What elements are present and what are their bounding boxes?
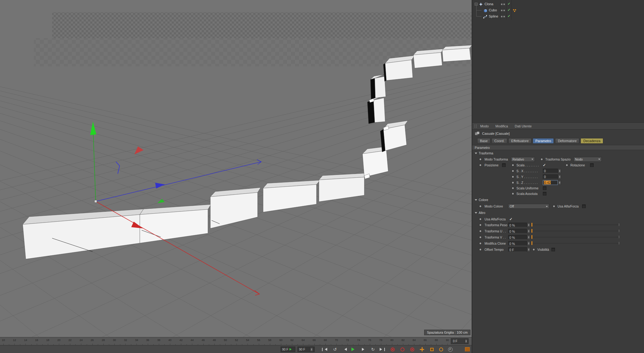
anim-dot-icon[interactable] — [512, 187, 514, 190]
trasforma-peso-slider[interactable] — [532, 225, 619, 225]
anim-dot-icon[interactable] — [479, 164, 482, 166]
next-key-button[interactable]: ↻ — [369, 346, 377, 352]
goto-start-button[interactable] — [320, 346, 329, 352]
object-row-spline[interactable]: Spline ✓ — [472, 14, 644, 20]
modifica-clone-slider[interactable] — [532, 243, 619, 243]
point-level-animation-toggle[interactable] — [463, 346, 472, 352]
sx-field[interactable]: 0 — [543, 169, 558, 173]
expand-collapse-icon[interactable] — [475, 3, 477, 6]
menu-dati-utente[interactable]: Dati Utente — [515, 124, 532, 128]
previous-key-button[interactable]: ↺ — [331, 346, 339, 352]
sz-stepper[interactable] — [558, 180, 561, 185]
anim-dot-icon[interactable] — [565, 164, 568, 166]
slider-handle[interactable] — [531, 241, 532, 245]
anim-dot-icon[interactable] — [479, 218, 482, 220]
scala-checkbox[interactable]: ✓ — [543, 163, 546, 167]
sz-field[interactable]: 0.42 — [543, 180, 558, 185]
visibility-dot[interactable] — [501, 16, 503, 17]
record-position-toggle[interactable] — [418, 346, 426, 352]
viewport-3d[interactable]: Spaziatura Griglia : 100 cm — [0, 0, 472, 337]
anim-dot-icon[interactable] — [479, 205, 482, 208]
anim-dot-icon[interactable] — [479, 236, 482, 239]
anim-dot-icon[interactable] — [479, 230, 482, 233]
play-button[interactable] — [350, 346, 358, 352]
anim-dot-icon[interactable] — [479, 224, 482, 227]
previous-frame-button[interactable] — [340, 346, 349, 352]
visibilita-checkbox[interactable] — [551, 248, 555, 251]
anim-dot-icon[interactable] — [512, 164, 514, 166]
sx-stepper[interactable] — [558, 169, 561, 173]
keyframe-selection-button[interactable] — [408, 346, 416, 352]
object-label[interactable]: Clona — [485, 2, 493, 6]
slider-handle[interactable] — [531, 223, 532, 227]
object-label[interactable]: Cubo — [489, 8, 497, 12]
group-colore[interactable]: Colore — [472, 196, 644, 203]
end-frame-field[interactable]: 90 F — [297, 347, 315, 352]
anim-dot-icon[interactable] — [540, 158, 543, 161]
trasforma-spazio-dropdown[interactable]: Nodo — [573, 157, 602, 162]
tab-decadenza[interactable]: Decadenza — [581, 138, 603, 144]
end-frame-stepper[interactable] — [310, 347, 313, 352]
ruler-frame-field[interactable]: 0 F — [451, 338, 469, 344]
offset-tempo-field[interactable]: 0 F — [508, 247, 527, 252]
modifica-clone-stepper[interactable] — [527, 241, 530, 246]
visibility-dot[interactable] — [501, 3, 503, 5]
autokey-button[interactable] — [398, 346, 407, 352]
gizmo-origin[interactable] — [94, 200, 97, 203]
ruler-frame-stepper[interactable] — [465, 339, 468, 343]
anim-dot-icon[interactable] — [512, 175, 514, 178]
anim-dot-icon[interactable] — [512, 192, 514, 195]
trasforma-u-field[interactable]: 0 % — [508, 229, 527, 234]
anim-dot-icon[interactable] — [479, 242, 482, 245]
scala-assoluta-checkbox[interactable] — [543, 192, 546, 196]
tab-parametro[interactable]: Parametro — [533, 138, 554, 144]
record-rotation-toggle[interactable] — [437, 346, 445, 352]
enable-check-icon[interactable]: ✓ — [508, 8, 510, 12]
record-keyframe-button[interactable] — [388, 346, 397, 352]
anim-dot-icon[interactable] — [479, 248, 482, 251]
enable-check-icon[interactable]: ✓ — [508, 2, 510, 6]
next-frame-button[interactable] — [359, 346, 368, 352]
anim-dot-icon[interactable] — [512, 181, 514, 184]
record-parameter-toggle[interactable]: P — [446, 346, 454, 352]
menu-modifica[interactable]: Modifica — [496, 124, 508, 128]
posizione-checkbox[interactable] — [502, 163, 506, 167]
tab-base[interactable]: Base — [477, 138, 490, 144]
group-altro[interactable]: Altro — [472, 209, 644, 216]
anim-dot-icon[interactable] — [512, 169, 514, 172]
record-scale-toggle[interactable] — [427, 346, 436, 352]
sy-stepper[interactable] — [558, 174, 561, 179]
slider-handle[interactable] — [531, 235, 532, 239]
tab-coord[interactable]: Coord. — [492, 138, 507, 144]
trasforma-v-field[interactable]: 0 % — [508, 235, 527, 240]
enable-check-icon[interactable]: ✓ — [508, 14, 510, 18]
timeline-ruler[interactable]: 1012141618202224262830323436384042444648… — [0, 337, 472, 345]
tab-deformatore[interactable]: Deformatore — [555, 138, 579, 144]
object-row-clona[interactable]: Clona ✓ — [472, 1, 644, 7]
anim-dot-icon[interactable] — [479, 158, 482, 161]
trasforma-v-stepper[interactable] — [527, 235, 530, 240]
current-frame-field[interactable]: 90 F — [281, 347, 295, 352]
offset-tempo-stepper[interactable] — [527, 247, 530, 252]
object-row-cubo[interactable]: Cubo ✓ — [472, 7, 644, 14]
usa-alfa-colore-checkbox[interactable] — [582, 204, 586, 208]
trasforma-u-stepper[interactable] — [527, 229, 530, 234]
visibility-dot[interactable] — [503, 10, 505, 11]
group-trasforma[interactable]: Trasforma — [472, 150, 644, 156]
sy-field[interactable]: 0 — [543, 174, 558, 179]
goto-end-button[interactable] — [378, 346, 386, 352]
modo-trasforma-dropdown[interactable]: Relativo — [511, 157, 535, 162]
menu-modo[interactable]: Modo — [480, 124, 489, 128]
anim-dot-icon[interactable] — [553, 205, 555, 208]
modifica-clone-field[interactable]: 0 % — [508, 241, 527, 246]
trasforma-u-slider[interactable] — [532, 231, 619, 231]
visibility-dot[interactable] — [501, 10, 503, 11]
rotazione-checkbox[interactable] — [590, 163, 594, 167]
modo-colore-dropdown[interactable]: Off — [508, 204, 549, 209]
trasforma-peso-field[interactable]: 0 % — [508, 223, 527, 227]
tab-effettuatore[interactable]: Effettuatore — [508, 138, 531, 144]
slider-handle[interactable] — [531, 229, 532, 233]
trasforma-peso-stepper[interactable] — [527, 223, 530, 227]
scala-uniforme-checkbox[interactable] — [543, 186, 546, 190]
object-label[interactable]: Spline — [489, 14, 498, 18]
